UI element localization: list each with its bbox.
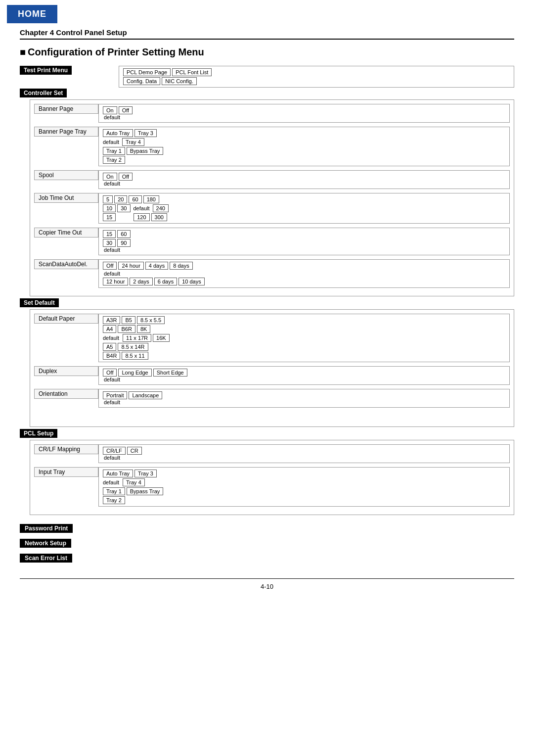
config-data-btn[interactable]: Config. Data [123,77,160,85]
duplex-long-edge[interactable]: Long Edge [118,369,151,377]
dp-8.5x11[interactable]: 8.5 x 11 [122,352,148,360]
dp-11x17r[interactable]: 11 x 17R [123,334,151,342]
set-default-children: Default Paper A3R B5 8.5 x 5.5 A4 B6R 8K… [30,309,514,427]
sdad-off[interactable]: Off [103,262,117,270]
crlf-crlf[interactable]: CR/LF [103,447,126,455]
page-number: 4-10 [20,578,514,590]
set-default-label: Set Default [20,298,59,307]
network-setup-label: Network Setup [20,539,71,548]
it-tray3[interactable]: Tray 3 [134,470,157,477]
dp-b6r[interactable]: B6R [118,325,135,333]
banner-page-tray-row: Banner Page Tray Auto Tray Tray 3 defaul… [34,127,510,166]
spool-on[interactable]: On [103,173,117,181]
banner-page-tray-label: Banner Page Tray [34,127,98,137]
orient-landscape[interactable]: Landscape [129,391,162,399]
copier-timeout-default: default [103,247,505,253]
cto-90[interactable]: 90 [117,239,130,247]
dp-a3r[interactable]: A3R [103,316,120,324]
crlf-default: default [103,455,505,461]
dp-b4r[interactable]: B4R [103,352,120,360]
dp-a5[interactable]: A5 [103,343,116,351]
banner-page-off[interactable]: Off [119,106,133,114]
duplex-short-edge[interactable]: Short Edge [153,369,187,377]
default-paper-options: A3R B5 8.5 x 5.5 A4 B6R 8K default 11 x … [98,314,510,362]
jto-60[interactable]: 60 [129,195,141,203]
test-print-options: PCL Demo Page PCL Font List Config. Data… [119,66,514,88]
chapter-heading: Chapter 4 Control Panel Setup [20,28,514,40]
crlf-mapping-label: CR/LF Mapping [34,444,98,454]
home-button[interactable]: HOME [7,5,57,23]
it-tray4[interactable]: Tray 4 [123,478,145,486]
duplex-options: Off Long Edge Short Edge default [98,366,510,385]
crlf-mapping-options: CR/LF CR default [98,444,510,463]
jto-10[interactable]: 10 [103,204,116,212]
bpt-tray1[interactable]: Tray 1 [103,147,125,155]
dp-a4[interactable]: A4 [103,325,116,333]
dp-b5[interactable]: B5 [122,316,135,324]
controller-set-children: Banner Page On Off default Banner Page T… [30,99,514,296]
sdad-4days[interactable]: 4 days [145,262,168,270]
it-bypass-tray[interactable]: Bypass Tray [127,487,164,495]
crlf-mapping-row: CR/LF Mapping CR/LF CR default [34,444,510,463]
sdad-2days[interactable]: 2 days [130,278,152,285]
jto-120[interactable]: 120 [134,213,149,221]
cto-60[interactable]: 60 [117,230,130,238]
orientation-row: Orientation Portrait Landscape default [34,389,510,408]
input-tray-label: Input Tray [34,467,98,477]
default-paper-row: Default Paper A3R B5 8.5 x 5.5 A4 B6R 8K… [34,314,510,362]
spool-label: Spool [34,170,98,180]
job-timeout-row: Job Time Out 5 20 60 180 10 30 default 2… [34,193,510,224]
copier-timeout-label: Copier Time Out [34,228,98,237]
dp-8k[interactable]: 8K [137,325,150,333]
cto-30[interactable]: 30 [103,239,116,247]
input-tray-options: Auto Tray Tray 3 default Tray 4 Tray 1 B… [98,467,510,507]
scan-data-auto-del-options: Off 24 hour 4 days 8 days default 12 hou… [98,259,510,288]
it-auto-tray[interactable]: Auto Tray [103,470,133,477]
jto-5[interactable]: 5 [103,195,113,203]
sdad-24hour[interactable]: 24 hour [118,262,143,270]
orientation-label: Orientation [34,389,98,399]
pcl-demo-page-btn[interactable]: PCL Demo Page [123,68,171,76]
scan-data-auto-del-label: ScanDataAutoDel. [34,259,98,269]
copier-timeout-row: Copier Time Out 15 60 30 90 default [34,228,510,255]
section-title: Configuration of Printer Setting Menu [20,47,514,58]
sdad-12hour[interactable]: 12 hour [103,278,128,285]
pcl-font-list-btn[interactable]: PCL Font List [172,68,212,76]
bpt-tray4[interactable]: Tray 4 [122,138,144,146]
sdad-6days[interactable]: 6 days [154,278,177,285]
input-tray-row: Input Tray Auto Tray Tray 3 default Tray… [34,467,510,507]
bpt-tray3[interactable]: Tray 3 [134,129,157,137]
jto-240[interactable]: 240 [153,204,169,212]
crlf-cr[interactable]: CR [127,447,142,455]
jto-180[interactable]: 180 [143,195,159,203]
duplex-row: Duplex Off Long Edge Short Edge default [34,366,510,385]
sdad-8days[interactable]: 8 days [170,262,192,270]
orient-portrait[interactable]: Portrait [103,391,127,399]
banner-page-on[interactable]: On [103,106,117,114]
default-paper-label: Default Paper [34,314,98,324]
jto-300[interactable]: 300 [151,213,167,221]
jto-30[interactable]: 30 [117,204,130,212]
cto-15[interactable]: 15 [103,230,116,238]
it-tray1[interactable]: Tray 1 [103,487,125,495]
dp-16k[interactable]: 16K [153,334,170,342]
spool-options: On Off default [98,170,510,189]
spool-off[interactable]: Off [119,173,133,181]
bpt-bypass-tray[interactable]: Bypass Tray [127,147,164,155]
dp-8x5.5[interactable]: 8.5 x 5.5 [137,316,165,324]
jto-15[interactable]: 15 [103,213,116,221]
bpt-tray2[interactable]: Tray 2 [103,156,125,164]
controller-set-label: Controller Set [20,89,67,97]
password-print-label: Password Print [20,524,73,533]
jto-20[interactable]: 20 [114,195,127,203]
it-tray2[interactable]: Tray 2 [103,496,125,504]
job-timeout-label: Job Time Out [34,193,98,203]
dp-8.5x14r[interactable]: 8.5 x 14R [118,343,148,351]
duplex-off[interactable]: Off [103,369,117,377]
bpt-auto-tray[interactable]: Auto Tray [103,129,133,137]
sdad-10days[interactable]: 10 days [178,278,205,285]
test-print-menu-label: Test Print Menu [20,66,72,75]
orientation-default: default [103,399,505,405]
nic-config-btn[interactable]: NIC Config. [162,77,197,85]
banner-page-options: On Off default [98,104,510,123]
